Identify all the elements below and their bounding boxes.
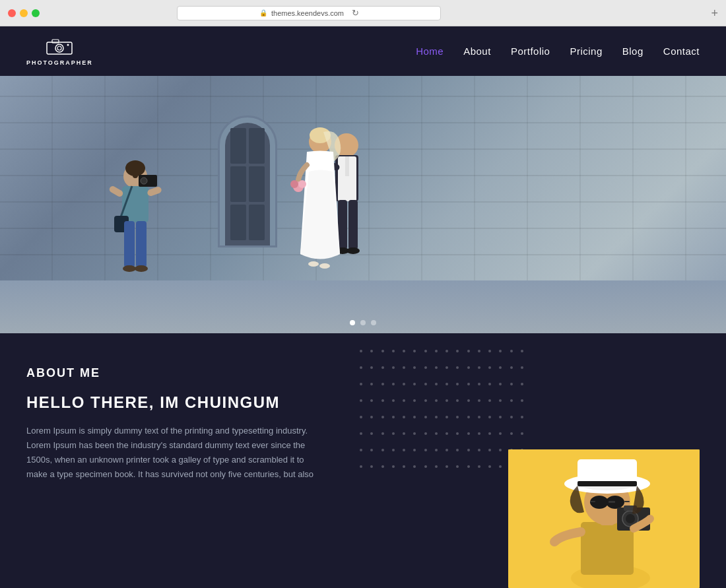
- decorative-dot: [424, 366, 427, 369]
- decorative-dot: [424, 465, 427, 468]
- decorative-dot: [467, 366, 470, 369]
- decorative-dot: [499, 399, 502, 402]
- decorative-dot: [413, 350, 416, 352]
- nav-home[interactable]: Home: [416, 42, 444, 60]
- refresh-button[interactable]: ↻: [352, 8, 359, 18]
- svg-point-52: [626, 514, 635, 523]
- hero-section: [0, 76, 726, 333]
- decorative-dot: [413, 383, 416, 385]
- nav-about[interactable]: About: [463, 42, 491, 60]
- svg-rect-15: [124, 221, 135, 267]
- decorative-dot: [467, 449, 470, 451]
- decorative-dot: [488, 350, 491, 352]
- decorative-dot: [413, 465, 416, 468]
- decorative-dot: [392, 465, 395, 468]
- decorative-dot: [424, 399, 427, 402]
- decorative-dot: [360, 399, 362, 402]
- nav-blog[interactable]: Blog: [622, 42, 644, 60]
- decorative-dot: [392, 449, 395, 451]
- decorative-dot: [435, 399, 438, 402]
- navbar: PHOTOGRAPHER Home About Portfolio Pricin…: [0, 26, 726, 76]
- nav-contact[interactable]: Contact: [663, 42, 700, 60]
- url-text: themes.keendevs.com: [271, 9, 344, 17]
- decorative-dot: [435, 449, 438, 451]
- carousel-dot-3[interactable]: [371, 320, 376, 325]
- about-photo: [508, 449, 700, 588]
- decorative-dot: [403, 432, 405, 435]
- nav-portfolio[interactable]: Portfolio: [511, 42, 550, 60]
- close-button[interactable]: [8, 9, 16, 17]
- decorative-dot: [510, 432, 513, 435]
- decorative-dot: [510, 366, 513, 369]
- decorative-dot: [370, 416, 373, 418]
- decorative-dot: [499, 432, 502, 435]
- decorative-dot: [488, 416, 491, 418]
- decorative-dot: [424, 449, 427, 451]
- decorative-dot: [370, 366, 373, 369]
- decorative-dot: [381, 399, 384, 402]
- svg-point-4: [67, 44, 69, 46]
- decorative-dot: [360, 416, 362, 418]
- decorative-dot: [360, 465, 362, 468]
- decorative-dot: [478, 465, 480, 468]
- about-headline: Hello There, Im Chuingum: [26, 393, 317, 412]
- svg-point-27: [346, 247, 360, 254]
- decorative-dot: [403, 350, 405, 352]
- decorative-dot: [499, 416, 502, 418]
- decorative-dot: [510, 383, 513, 385]
- maximize-button[interactable]: [32, 9, 40, 17]
- svg-point-32: [290, 180, 298, 188]
- decorative-dot: [381, 416, 384, 418]
- decorative-dot: [403, 366, 405, 369]
- decorative-dot: [456, 383, 459, 385]
- decorative-dot: [456, 350, 459, 352]
- decorative-dot: [521, 416, 523, 418]
- decorative-dot: [467, 465, 470, 468]
- svg-rect-49: [624, 501, 630, 502]
- decorative-dot: [478, 350, 480, 352]
- logo[interactable]: PHOTOGRAPHER: [26, 37, 93, 66]
- address-bar[interactable]: 🔒 themes.keendevs.com ↻: [177, 6, 441, 20]
- dots-pattern: [356, 346, 528, 478]
- carousel-dots: [350, 320, 376, 325]
- decorative-dot: [381, 350, 384, 352]
- decorative-dot: [467, 399, 470, 402]
- photographer-figure: [102, 156, 168, 302]
- carousel-dot-2[interactable]: [360, 320, 366, 325]
- decorative-dot: [467, 416, 470, 418]
- decorative-dot: [521, 350, 523, 352]
- svg-point-33: [298, 180, 306, 188]
- decorative-dot: [521, 399, 523, 402]
- about-content: About Me Hello There, Im Chuingum Lorem …: [26, 366, 317, 568]
- decorative-dot: [424, 432, 427, 435]
- about-section: About Me Hello There, Im Chuingum Lorem …: [0, 333, 726, 588]
- decorative-dot: [381, 432, 384, 435]
- decorative-dot: [424, 383, 427, 385]
- decorative-dot: [370, 432, 373, 435]
- carousel-dot-1[interactable]: [350, 320, 355, 325]
- decorative-dot: [478, 399, 480, 402]
- decorative-dot: [370, 383, 373, 385]
- decorative-dot: [478, 449, 480, 451]
- decorative-dot: [446, 465, 448, 468]
- decorative-dot: [413, 366, 416, 369]
- decorative-dot: [510, 350, 513, 352]
- about-photo-inner: [508, 449, 700, 588]
- decorative-dot: [467, 350, 470, 352]
- decorative-dot: [424, 350, 427, 352]
- decorative-dot: [446, 432, 448, 435]
- new-tab-button[interactable]: +: [711, 7, 718, 19]
- decorative-dot: [499, 465, 502, 468]
- decorative-dot: [521, 366, 523, 369]
- lock-icon: 🔒: [259, 9, 267, 16]
- minimize-button[interactable]: [20, 9, 28, 17]
- decorative-dot: [478, 432, 480, 435]
- decorative-dot: [392, 383, 395, 385]
- decorative-dot: [499, 350, 502, 352]
- nav-pricing[interactable]: Pricing: [570, 42, 602, 60]
- browser-chrome: 🔒 themes.keendevs.com ↻ +: [0, 0, 726, 26]
- decorative-dot: [467, 432, 470, 435]
- svg-rect-25: [348, 200, 358, 249]
- decorative-dot: [403, 399, 405, 402]
- decorative-dot: [403, 416, 405, 418]
